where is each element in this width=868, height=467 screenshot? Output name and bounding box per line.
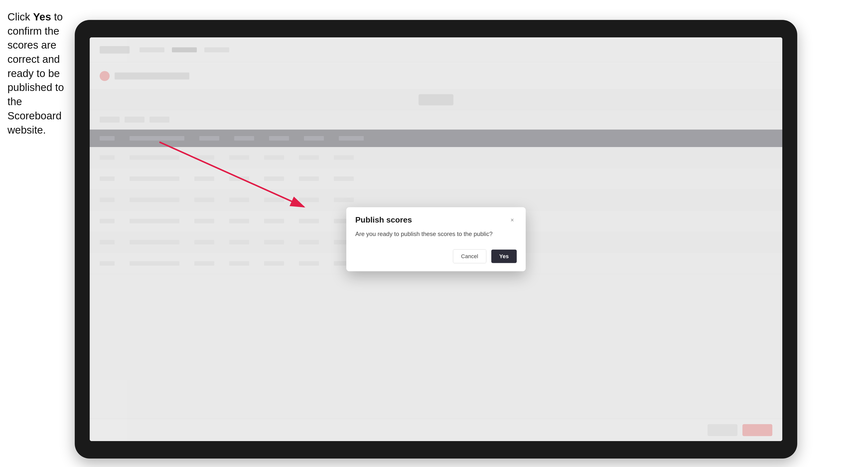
modal-close-button[interactable]: × — [508, 215, 517, 224]
modal-message: Are you ready to publish these scores to… — [355, 229, 517, 239]
tablet-screen: Publish scores × Are you ready to publis… — [90, 37, 782, 441]
modal-title: Publish scores — [355, 215, 412, 224]
tablet-frame: Publish scores × Are you ready to publis… — [75, 20, 797, 459]
yes-button[interactable]: Yes — [491, 250, 517, 263]
modal-header: Publish scores × — [346, 207, 526, 229]
cancel-button[interactable]: Cancel — [453, 249, 486, 263]
modal-footer: Cancel Yes — [346, 245, 526, 271]
instruction-text: Click Yes to confirm the scores are corr… — [7, 10, 77, 137]
modal-body: Are you ready to publish these scores to… — [346, 229, 526, 245]
modal-dialog: Publish scores × Are you ready to publis… — [346, 207, 526, 271]
yes-bold: Yes — [33, 11, 51, 23]
